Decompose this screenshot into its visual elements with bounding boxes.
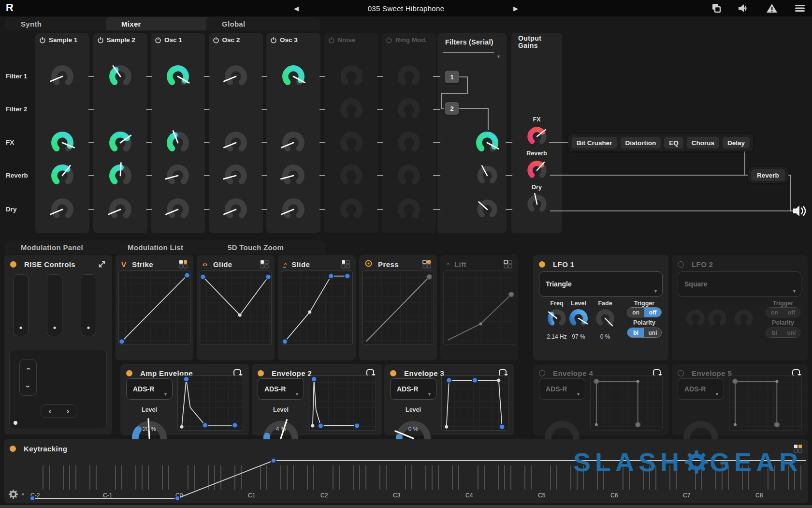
routing-grid-icon[interactable]	[422, 260, 431, 269]
filter1-knob[interactable]	[222, 63, 249, 90]
Glide-curve[interactable]	[200, 271, 271, 344]
power-icon[interactable]	[39, 37, 46, 44]
output-dry-knob-slot[interactable]	[525, 193, 549, 216]
dry-knob[interactable]	[107, 196, 134, 223]
env3-curve[interactable]	[442, 376, 508, 430]
output-reverb-knob-slot[interactable]	[525, 159, 549, 182]
duplicate-icon[interactable]	[710, 2, 722, 14]
power-icon[interactable]	[213, 37, 219, 44]
rise-slider-2[interactable]	[47, 274, 62, 336]
level-gauge[interactable]	[541, 412, 583, 440]
power-icon[interactable]	[155, 37, 161, 45]
envelope-mode-select[interactable]: ADS-R▼	[539, 378, 585, 400]
envelope-mode-select[interactable]: ADS-R▼	[258, 378, 304, 400]
reverb-knob[interactable]	[338, 162, 365, 189]
reverb-knob[interactable]	[49, 162, 76, 189]
press-curve-editor[interactable]	[362, 270, 434, 345]
lfo2-trigger-toggle[interactable]: onoff	[766, 307, 800, 317]
filters-reverb-knob-slot[interactable]	[475, 164, 499, 188]
chevron-left-icon[interactable]: ‹	[49, 407, 51, 416]
fx-knob[interactable]	[164, 129, 191, 156]
envelope-curve-editor-3[interactable]	[441, 375, 508, 431]
tab-synth[interactable]: Synth	[5, 17, 118, 30]
lfo1-polarity-toggle[interactable]: biuni	[627, 328, 662, 338]
env5-curve[interactable]	[729, 376, 801, 430]
reverb-knob[interactable]	[222, 162, 249, 189]
dry-knob[interactable]	[49, 196, 76, 223]
dry-knob[interactable]	[395, 196, 422, 223]
lfo1-freq-knob-slot[interactable]	[546, 307, 568, 329]
filters-fx-knob-slot[interactable]	[474, 129, 501, 156]
lfo2-knob3-slot[interactable]	[733, 307, 755, 329]
dry-knob[interactable]	[338, 196, 365, 223]
Lift-curve[interactable]	[444, 271, 515, 344]
reverb-knob[interactable]	[395, 162, 422, 189]
fx-knob[interactable]	[49, 129, 76, 156]
next-preset-button[interactable]: ▶	[509, 5, 522, 12]
preset-title[interactable]: 035 Sweet Hibraphone	[368, 4, 445, 13]
rise-slider-1[interactable]	[13, 274, 29, 336]
envelope-active-indicator[interactable]	[539, 370, 545, 376]
routing-grid-icon[interactable]	[179, 260, 188, 269]
level-gauge[interactable]	[680, 412, 722, 440]
envelope-active-indicator[interactable]	[258, 370, 264, 376]
lfo1-fade-knob-slot[interactable]	[594, 307, 616, 329]
fx-knob[interactable]	[338, 129, 365, 156]
filter1-knob[interactable]	[49, 63, 76, 90]
filter2-knob[interactable]	[338, 96, 365, 123]
filters-dropdown-icon[interactable]: ▼	[496, 54, 501, 59]
lfo2-knob2-slot[interactable]	[706, 307, 728, 329]
power-icon[interactable]	[270, 37, 277, 44]
chevron-right-icon[interactable]: ›	[67, 407, 69, 416]
fx-knob[interactable]	[280, 129, 307, 156]
strike-curve-editor[interactable]	[118, 270, 190, 345]
rise-leftright-control[interactable]: ‹ ›	[41, 404, 77, 418]
chevron-down-icon[interactable]: ▼	[21, 492, 25, 497]
fx-distortion-button[interactable]: Distortion	[621, 137, 661, 149]
tab-modulation-list[interactable]: Modulation List	[112, 240, 224, 254]
fx-knob[interactable]	[107, 129, 134, 156]
filter1-knob[interactable]	[395, 63, 422, 90]
Press-curve[interactable]	[362, 271, 434, 344]
filters-dry-knob-slot[interactable]	[475, 197, 499, 222]
reverb-send-box[interactable]: Reverb	[748, 167, 788, 183]
power-icon[interactable]	[270, 37, 277, 45]
filter2-knob[interactable]	[395, 96, 422, 123]
slide-curve-editor[interactable]	[281, 270, 353, 345]
rise-pad-dot[interactable]	[14, 421, 17, 425]
env1-curve[interactable]	[178, 376, 243, 430]
tab-5d-touch-zoom[interactable]: 5D Touch Zoom	[212, 240, 326, 254]
keytracking-active-indicator[interactable]	[10, 446, 16, 452]
envelope-curve-editor-5[interactable]	[729, 375, 802, 431]
envelope-active-indicator[interactable]	[126, 370, 132, 376]
chevron-up-icon[interactable]: ›	[24, 367, 32, 370]
lfo2-polarity-toggle[interactable]: biuni	[766, 328, 800, 338]
glide-curve-editor[interactable]	[200, 270, 272, 345]
dry-knob[interactable]	[222, 196, 249, 223]
warning-icon[interactable]	[766, 2, 778, 14]
envelope-curve-editor-4[interactable]	[590, 375, 663, 431]
move-arrows-icon[interactable]	[98, 260, 106, 269]
gear-icon[interactable]	[9, 490, 18, 499]
filter1-knob[interactable]	[164, 63, 191, 90]
reverb-knob[interactable]	[107, 162, 134, 189]
lfo2-active-indicator[interactable]	[678, 261, 684, 268]
power-icon[interactable]	[213, 37, 219, 45]
chevron-down-icon[interactable]: ›	[24, 385, 32, 388]
filter1-knob[interactable]	[107, 63, 134, 90]
filters-title[interactable]: Filters (Serial)	[445, 38, 493, 46]
power-icon[interactable]	[386, 37, 392, 44]
envelope-mode-select[interactable]: ADS-R▼	[126, 378, 173, 400]
routing-grid-icon[interactable]	[260, 260, 269, 269]
lfo1-wave-select[interactable]: Triangle▼	[539, 271, 663, 297]
prev-preset-button[interactable]: ◀	[290, 5, 303, 12]
dry-knob[interactable]	[280, 196, 307, 223]
fx-eq-button[interactable]: EQ	[664, 137, 683, 149]
filter1-knob[interactable]	[338, 63, 365, 90]
fx-delay-button[interactable]: Delay	[723, 137, 750, 149]
fx-chorus-button[interactable]: Chorus	[687, 137, 719, 149]
tab-global[interactable]: Global	[206, 17, 320, 30]
reverb-knob[interactable]	[280, 162, 307, 189]
output-fx-knob-slot[interactable]	[525, 125, 549, 148]
routing-grid-icon[interactable]	[341, 260, 350, 269]
